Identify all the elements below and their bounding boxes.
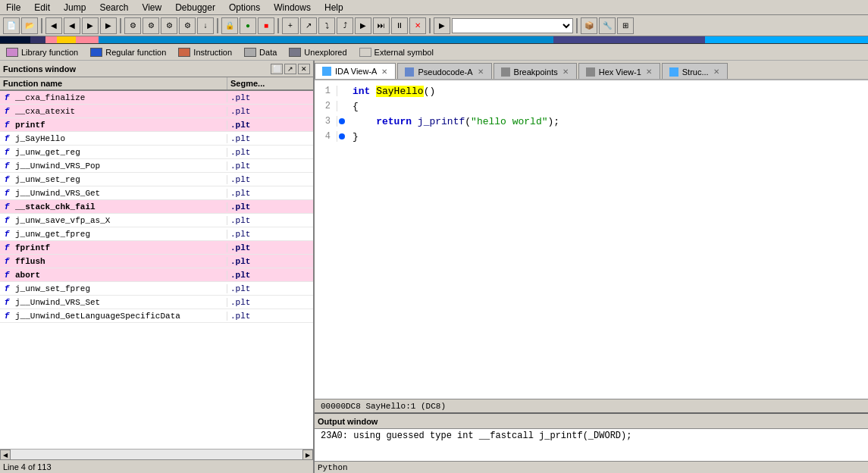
toolbar-threads[interactable]: 🔧 [599,17,616,34]
func-icon: f [0,284,14,293]
menu-debugger[interactable]: Debugger [172,2,218,13]
menu-help[interactable]: Help [321,2,346,13]
table-row[interactable]: f__cxa_finalize.plt [0,91,313,105]
menu-bar: File Edit Jump Search View Debugger Opti… [0,0,868,15]
toolbar-run2[interactable]: ⏭ [373,17,390,34]
hscroll-track[interactable] [11,450,302,459]
func-icon: f [0,202,14,211]
toolbar-btn5[interactable]: ⚙ [161,17,177,34]
toolbar-fwd[interactable]: ▶ [82,17,99,34]
svg-rect-2 [501,67,510,77]
table-row[interactable]: fj_unw_set_fpreg.plt [0,282,313,296]
panel-float[interactable]: ↗ [284,64,296,74]
toolbar-circle[interactable]: ● [240,17,256,34]
menu-options[interactable]: Options [226,2,263,13]
toolbar-back[interactable]: ◀ [45,17,62,34]
toolbar-btn6[interactable]: ⚙ [179,17,196,34]
func-name: j_unw_save_vfp_as_X [14,216,227,225]
svg-rect-1 [405,67,414,77]
legend-unexplored-color [289,48,301,57]
menu-windows[interactable]: Windows [271,2,314,13]
toolbar-arrow[interactable]: ↗ [300,17,317,34]
hscroll-left[interactable]: ◀ [0,450,11,460]
table-row[interactable]: fj__Unwind_VRS_Set.plt [0,296,313,309]
func-seg: .plt [227,161,313,171]
func-name: j__Unwind_VRS_Set [14,298,227,307]
func-icon: f [0,271,14,280]
tab-idaview-a[interactable]: IDA View-A✕ [315,63,396,80]
table-row[interactable]: f__cxa_atexit.plt [0,105,313,118]
legend-data-color [244,48,256,57]
toolbar-extra[interactable]: ⊞ [617,17,634,34]
toolbar-btn3[interactable]: ⚙ [124,17,141,34]
toolbar-back2[interactable]: ◀ [64,17,80,34]
table-row[interactable]: f__stack_chk_fail.plt [0,200,313,214]
code-status: 00000DC8 SayHello:1 (DC8) [315,399,868,412]
line-code: return j_printf("hello world"); [346,116,559,127]
table-row[interactable]: fj__Unwind_VRS_Get.plt [0,186,313,200]
nav-seg-purple [553,36,705,43]
legend-unexplored: Unexplored [289,48,346,57]
menu-search[interactable]: Search [96,2,131,13]
toolbar-stepout[interactable]: ⤴ [337,17,353,34]
toolbar-x[interactable]: ✕ [409,17,426,34]
tab-close-btn[interactable]: ✕ [712,67,721,77]
table-row[interactable]: fj_unw_save_vfp_as_X.plt [0,214,313,227]
toolbar-lock[interactable]: 🔒 [221,17,238,34]
toolbar-btn4[interactable]: ⚙ [143,17,159,34]
table-row[interactable]: fprintf.plt [0,118,313,132]
tabs-bar: IDA View-A✕Pseudocode-A✕Breakpoints✕Hex … [315,61,868,80]
table-row[interactable]: fj__Unwind_GetLanguageSpecificData.plt [0,309,313,323]
func-name: fprintf [14,243,227,252]
tab-close-btn[interactable]: ✕ [561,67,570,77]
hscroll-area: ◀ ▶ [0,449,313,459]
toolbar-open[interactable]: 📂 [21,17,38,34]
table-row[interactable]: ffprintf.plt [0,241,313,255]
table-row[interactable]: fj_SayHello.plt [0,132,313,146]
table-row[interactable]: fj_unw_get_fpreg.plt [0,227,313,241]
menu-view[interactable]: View [139,2,165,13]
toolbar-btn7[interactable]: ↓ [197,17,214,34]
table-row[interactable]: fabort.plt [0,268,313,282]
tab-breakpoints[interactable]: Breakpoints✕ [494,63,577,80]
tab-pseudocode-a[interactable]: Pseudocode-A✕ [397,63,491,80]
legend-external-label: External symbol [374,48,434,57]
func-seg: .plt [227,284,313,293]
toolbar-modules[interactable]: 📦 [581,17,597,34]
toolbar-stop[interactable]: ■ [258,17,274,34]
table-row[interactable]: fj_unw_get_reg.plt [0,146,313,159]
menu-jump[interactable]: Jump [61,2,89,13]
output-title: Output window [318,417,378,426]
toolbar-fwd2[interactable]: ▶ [100,17,117,34]
hscroll-right[interactable]: ▶ [302,450,313,460]
tab-icon [404,67,415,77]
debugger-combo[interactable]: No debugger [452,18,573,33]
legend-regular: Regular function [90,48,166,57]
toolbar-plus[interactable]: + [282,17,299,34]
toolbar-step[interactable]: ⤵ [318,17,335,34]
toolbar-new[interactable]: 📄 [3,17,20,34]
table-row[interactable]: ffflush.plt [0,255,313,268]
table-row[interactable]: fj__Unwind_VRS_Pop.plt [0,159,313,173]
functions-table[interactable]: Function name Segme... f__cxa_finalize.p… [0,77,313,449]
tab-label: Pseudocode-A [418,67,472,77]
tab-hexview-1[interactable]: Hex View-1✕ [578,63,660,80]
toolbar-pause[interactable]: ⏸ [391,17,408,34]
tab-close-btn[interactable]: ✕ [476,67,485,77]
toolbar-run3[interactable]: ▶ [434,17,450,34]
func-name: abort [14,271,227,280]
tab-close-btn[interactable]: ✕ [380,67,389,76]
nav-seg-yellow1 [57,36,76,43]
tab-struc...[interactable]: Struc...✕ [662,63,728,80]
panel-close[interactable]: ✕ [298,64,310,74]
func-name: __cxa_atexit [14,107,227,116]
toolbar-run[interactable]: ▶ [355,17,371,34]
menu-edit[interactable]: Edit [31,2,53,13]
legend-external: External symbol [359,48,434,57]
menu-file[interactable]: File [3,2,24,13]
tab-close-btn[interactable]: ✕ [644,67,653,77]
toolbar-sep6 [576,18,578,33]
panel-restore[interactable]: ⬜ [271,64,283,74]
table-row[interactable]: fj_unw_set_reg.plt [0,173,313,186]
code-area[interactable]: 1int SayHello()2{3 return j_printf("hell… [315,80,868,399]
